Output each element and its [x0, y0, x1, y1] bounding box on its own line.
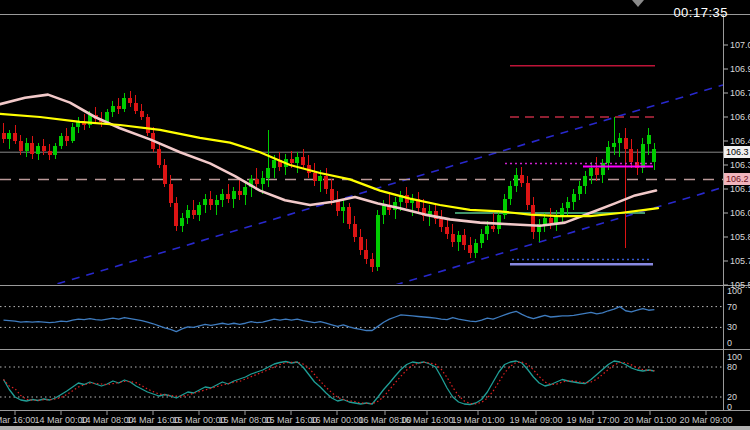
candle — [215, 200, 219, 205]
candle — [42, 146, 46, 151]
candle — [25, 143, 29, 151]
candle — [301, 157, 305, 165]
candle — [266, 168, 270, 178]
candle — [353, 224, 357, 237]
candle — [549, 218, 553, 223]
time-axis: Mar 16:0014 Mar 00:0014 Mar 08:0014 Mar … — [0, 411, 733, 425]
time-tick-label: 20 Mar 09:00 — [679, 415, 732, 425]
ma-yellow-line — [0, 114, 658, 216]
candle — [497, 215, 501, 229]
candle — [59, 136, 63, 146]
candle — [318, 176, 322, 181]
candle — [560, 208, 564, 214]
indicator-scale-label: 20 — [727, 392, 737, 402]
candle — [526, 183, 530, 205]
candle — [439, 219, 443, 227]
server-clock: 00:17:35 — [673, 5, 728, 20]
price-tick-label: 106.6 — [730, 112, 750, 122]
candle — [652, 149, 656, 162]
candle — [30, 143, 34, 154]
candle — [13, 133, 17, 141]
candle — [485, 226, 489, 234]
candle — [48, 151, 52, 156]
candle — [105, 112, 109, 122]
price-tick-label: 106.3 — [730, 160, 750, 170]
candle — [480, 234, 484, 244]
candle — [146, 117, 150, 133]
candle — [140, 111, 144, 117]
time-tick-label: 16 Mar 16:00 — [400, 415, 453, 425]
candle — [174, 203, 178, 225]
candle — [295, 157, 299, 163]
candle — [197, 205, 201, 215]
candle — [117, 106, 121, 109]
indicator-scale-label: 100 — [727, 286, 742, 296]
candle — [601, 163, 605, 174]
stochastic-k-line — [4, 361, 655, 405]
ma-pink-line — [0, 95, 656, 226]
candle — [209, 199, 213, 205]
candle — [290, 159, 294, 164]
candle — [629, 149, 633, 162]
candle — [520, 175, 524, 183]
candle — [232, 191, 236, 199]
candle — [330, 189, 334, 200]
candle — [313, 173, 317, 181]
candle — [111, 106, 115, 112]
time-tick-label: 16 Mar 00:00 — [310, 415, 363, 425]
candle — [220, 194, 224, 200]
candle — [606, 147, 610, 163]
time-tick-label: 20 Mar 01:00 — [623, 415, 676, 425]
price-tick-label: 106.9 — [730, 64, 750, 74]
candle — [238, 191, 242, 196]
candle — [186, 210, 190, 218]
indicator-scale-label: 80 — [727, 362, 737, 372]
price-label-bid-line: 106.2 — [724, 173, 750, 185]
trading-terminal: 107.0106.9106.7106.6106.4106.3106.1106.0… — [0, 0, 750, 430]
candle — [19, 141, 23, 151]
candle — [261, 178, 265, 184]
candle — [169, 184, 173, 203]
candle — [226, 194, 230, 199]
candle — [543, 218, 547, 224]
stochastic-d-line — [4, 362, 655, 404]
candle — [203, 199, 207, 205]
price-label-gray-line: 106.3 — [724, 146, 750, 158]
price-tick-label: 105.7 — [730, 256, 750, 266]
candle — [451, 234, 455, 242]
candle — [7, 133, 11, 139]
price-tick-label: 106.7 — [730, 88, 750, 98]
price-axis: 107.0106.9106.7106.6106.4106.3106.1106.0… — [724, 40, 750, 290]
candle — [243, 187, 247, 195]
time-tick-label: Mar 16:00 — [0, 415, 35, 425]
candle — [508, 186, 512, 199]
candle — [445, 227, 449, 233]
candle — [359, 237, 363, 250]
price-tick-label: 106.1 — [730, 184, 750, 194]
candle — [370, 259, 374, 267]
indicator-scale-label: 70 — [727, 302, 737, 312]
time-tick-label: 19 Mar 17:00 — [566, 415, 619, 425]
candle — [531, 205, 535, 232]
candle — [2, 133, 6, 139]
chart-canvas[interactable]: 107.0106.9106.7106.6106.4106.3106.1106.0… — [0, 0, 750, 430]
candle — [578, 186, 582, 194]
channel-lower[interactable] — [395, 187, 723, 285]
candle — [376, 215, 380, 268]
candle — [134, 103, 138, 111]
candle — [457, 235, 461, 241]
candle — [347, 207, 351, 225]
candle — [192, 210, 196, 215]
indicator-scale-label: 100 — [727, 352, 742, 362]
candle — [128, 98, 132, 103]
time-tick-label: 19 Mar 09:00 — [509, 415, 562, 425]
candle — [122, 98, 126, 109]
candle — [180, 218, 184, 226]
candle — [641, 144, 645, 168]
candle — [589, 168, 593, 176]
price-tick-label: 106.4 — [730, 136, 750, 146]
candle — [157, 149, 161, 165]
window-bottom-edge — [0, 426, 750, 430]
candle — [595, 168, 599, 174]
candle — [647, 135, 651, 145]
